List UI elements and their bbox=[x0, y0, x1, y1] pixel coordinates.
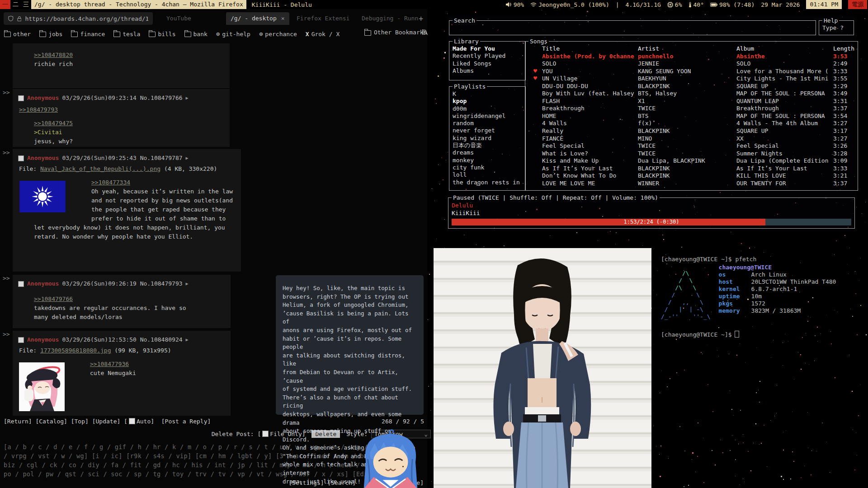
bookmark-icon bbox=[113, 32, 120, 37]
post-menu-arrow[interactable]: ▶ bbox=[186, 335, 189, 344]
post-menu-arrow[interactable]: ▶ bbox=[186, 279, 189, 288]
workspace-3[interactable]: 三 bbox=[21, 0, 31, 9]
progress-bar[interactable]: 1:53/2:24 (-0:30) bbox=[452, 219, 851, 225]
playlist-item[interactable]: kpop bbox=[453, 98, 522, 105]
bookmark-item[interactable]: bills bbox=[149, 31, 175, 38]
song-title: SOLO bbox=[542, 60, 638, 68]
bookmark-item[interactable]: git-help bbox=[216, 31, 250, 38]
playlist-item[interactable]: K bbox=[453, 90, 522, 98]
workspace-2[interactable]: 二 bbox=[10, 0, 21, 9]
library-item[interactable]: Made For You bbox=[453, 45, 522, 52]
song-row[interactable]: ♥ Feel Special TWICE Feel Special 3:26 bbox=[528, 142, 854, 150]
library-item[interactable]: Liked Songs bbox=[453, 60, 522, 67]
song-album: SOLO bbox=[736, 60, 833, 68]
image-thumbnail-anime-girl[interactable] bbox=[19, 362, 65, 411]
player-search-box[interactable]: Search bbox=[449, 17, 816, 35]
playlist-item[interactable]: dreams bbox=[453, 149, 522, 156]
song-row[interactable]: ♥ Boy With Luv (feat. Halsey BTS, Halsey… bbox=[528, 90, 854, 98]
terminal-window[interactable]: [chaeyoung@TWICE ~]$ pfetch /\ / \ /\ \ … bbox=[661, 256, 864, 342]
song-row[interactable]: ♥ LOVE ME LOVE ME WINNER OUR TWENTY FOR … bbox=[528, 180, 854, 188]
song-row[interactable]: ♥ FIANCÉ MINO XX 3:27 bbox=[528, 135, 854, 143]
playlist-item[interactable]: city funk bbox=[453, 164, 522, 171]
quote-link[interactable]: >>108477936 bbox=[90, 361, 129, 367]
song-row[interactable]: ♥ Kiss and Make Up Dua Lipa, BLACKPINK D… bbox=[528, 157, 854, 165]
post-menu-arrow[interactable]: ▶ bbox=[186, 94, 189, 103]
tab-firefox-extensions[interactable]: Firefox Extensi bbox=[297, 12, 349, 25]
bookmark-item[interactable]: tesla bbox=[113, 31, 140, 38]
playlist-item[interactable]: wingriddenangel bbox=[453, 113, 522, 120]
library-item[interactable]: Recently Played bbox=[453, 52, 522, 60]
file-link[interactable]: 1773005896818080.jpg bbox=[40, 347, 111, 354]
new-tab-button[interactable]: + bbox=[419, 12, 423, 25]
post-checkbox[interactable] bbox=[18, 281, 24, 287]
power-button[interactable]: 電源 bbox=[848, 0, 867, 9]
playlist-item[interactable]: monkey bbox=[453, 157, 522, 164]
quote-link[interactable]: >>108477334 bbox=[91, 179, 130, 186]
song-row[interactable]: ♥ SOLO JENNIE SOLO 2:49 bbox=[528, 60, 854, 68]
image-thumbnail-taiwan-naval-jack[interactable] bbox=[19, 181, 66, 212]
tab-desktop-thread[interactable]: /g/ - desktop× bbox=[226, 12, 289, 25]
post-stamp[interactable]: 03/29/26(Sun)09:23:14 No.108479766 bbox=[62, 94, 182, 103]
post-reply-button[interactable]: [Post a Reply] bbox=[161, 418, 211, 425]
bookmark-library-icon[interactable] bbox=[422, 29, 428, 37]
song-title: FIANCÉ bbox=[542, 135, 638, 143]
playlist-item[interactable]: the dragon rests in bbox=[453, 179, 522, 186]
bookmark-item[interactable]: jobs bbox=[39, 31, 62, 38]
post-checkbox[interactable] bbox=[18, 95, 24, 101]
song-row[interactable]: ♥ YOU KANG SEUNG YOON Love for a Thousan… bbox=[528, 68, 854, 75]
song-row[interactable]: ♥ UN Village BAEKHYUN City Lights - The … bbox=[528, 75, 854, 83]
tab-youtube[interactable]: YouTube bbox=[166, 12, 191, 25]
song-row[interactable]: ♥ 4 Walls f(x) 4 Walls - The 4th Album 3… bbox=[528, 120, 854, 127]
song-row[interactable]: ♥ Don’t Know What To Do BLACKPINK KILL T… bbox=[528, 172, 854, 180]
post-menu-arrow[interactable]: ▶ bbox=[186, 154, 189, 163]
url-bar[interactable]: https://boards.4chan.org/g/thread/10844 bbox=[4, 12, 153, 25]
post-checkbox[interactable] bbox=[18, 155, 24, 161]
song-row[interactable]: ♥ DDU-DU DDU-DU BLACKPINK SQUARE UP 3:29 bbox=[528, 83, 854, 90]
auto-label[interactable]: Auto] bbox=[137, 418, 154, 425]
other-bookmarks[interactable]: Other Bookmarks bbox=[364, 29, 427, 36]
song-row[interactable]: ♥ Really BLACKPINK SQUARE UP 3:17 bbox=[528, 127, 854, 135]
song-length: 3:21 bbox=[833, 172, 854, 180]
post-stamp[interactable]: 03/29/26(Sun)12:53:50 No.108480924 bbox=[62, 335, 182, 344]
bookmark-item[interactable]: bank bbox=[184, 31, 208, 38]
quote-link[interactable]: >>108479766 bbox=[34, 296, 73, 302]
return-nav[interactable]: [Return] [Catalog] [Top] [Update] [ bbox=[4, 418, 127, 425]
song-album: MAP OF THE SOUL : PERSONA bbox=[736, 113, 833, 120]
playlist-item[interactable]: loll bbox=[453, 171, 522, 178]
playlist-item[interactable]: random bbox=[453, 120, 522, 127]
post-stamp[interactable]: 03/29/26(Sun)09:25:43 No.108479787 bbox=[62, 154, 182, 163]
post-checkbox[interactable] bbox=[18, 337, 24, 343]
song-row[interactable]: ♥ FLASH X1 QUANTUM LEAP 3:31 bbox=[528, 98, 854, 105]
workspace-1[interactable]: 一 bbox=[0, 0, 10, 9]
file-link[interactable]: Naval_Jack_of_the_Republi(...).png bbox=[40, 165, 160, 172]
cpu-indicator: 6% bbox=[667, 1, 682, 8]
song-row[interactable]: ♥ Absinthe (Prod. by 0channe punchnello … bbox=[528, 53, 854, 61]
quote-link[interactable]: >>108478820 bbox=[34, 52, 73, 58]
playlist-item[interactable]: never forget bbox=[453, 127, 522, 134]
thread-summary-notification[interactable]: Hey hey! So, like, the main topic is bro… bbox=[276, 275, 424, 415]
playlist-item[interactable]: d00m bbox=[453, 105, 522, 113]
bookmark-item[interactable]: finance bbox=[71, 31, 105, 38]
url-text[interactable]: https://boards.4chan.org/g/thread/10844 bbox=[25, 15, 148, 22]
song-row[interactable]: ♥ Breakthrough TWICE Breakthrough 3:37 bbox=[528, 105, 854, 113]
playlist-item[interactable]: 日本の音楽 bbox=[453, 142, 522, 149]
library-item[interactable]: Albums bbox=[453, 67, 522, 75]
song-row[interactable]: ♥ HOME BTS MAP OF THE SOUL : PERSONA 3:5… bbox=[528, 113, 854, 120]
song-row[interactable]: ♥ What is Love? TWICE Summer Nights 3:28 bbox=[528, 150, 854, 158]
player-playlists-box: Playlists Kkpopd00mwingriddenangelrandom… bbox=[449, 83, 526, 191]
close-icon[interactable]: × bbox=[281, 15, 285, 22]
song-album: Breakthrough bbox=[736, 105, 833, 113]
playlist-item[interactable]: king wizard bbox=[453, 135, 522, 142]
backlink[interactable]: >>108479793 bbox=[19, 106, 58, 113]
terminal-prompt-line[interactable]: [chaeyoung@TWICE ~]$ bbox=[661, 331, 864, 338]
quote-link[interactable]: >>108479475 bbox=[34, 120, 73, 127]
song-row[interactable]: ♥ As If It’s Your Last BLACKPINK As If I… bbox=[528, 165, 854, 173]
bookmark-item[interactable]: other bbox=[4, 31, 31, 38]
bookmark-item[interactable]: perchance bbox=[259, 31, 297, 38]
song-album: QUANTUM LEAP bbox=[736, 98, 833, 105]
tab-debugging[interactable]: Debugging - Runn bbox=[362, 12, 418, 25]
file-only-checkbox[interactable] bbox=[262, 431, 269, 437]
auto-checkbox[interactable] bbox=[129, 418, 135, 424]
post-stamp[interactable]: 03/29/26(Sun)09:26:19 No.108479793 bbox=[62, 279, 182, 288]
bookmark-item[interactable]: Grok / X bbox=[306, 31, 340, 38]
